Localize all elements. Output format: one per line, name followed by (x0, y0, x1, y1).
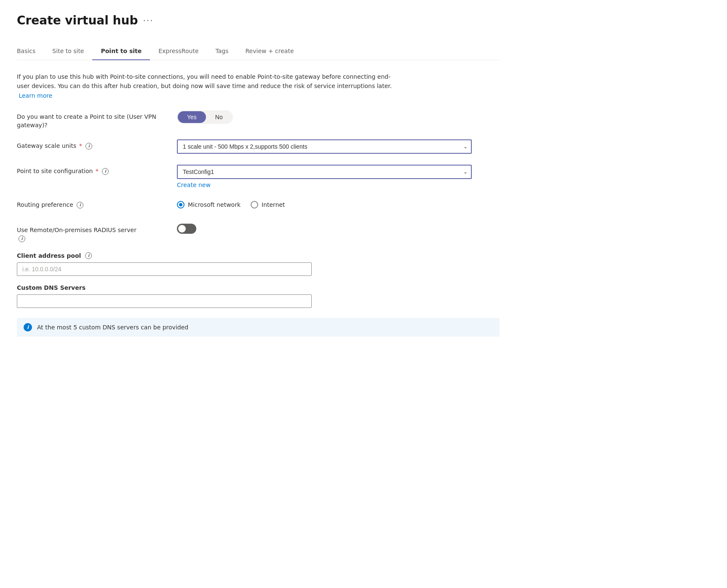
info-banner-text: At the most 5 custom DNS servers can be … (37, 324, 188, 331)
routing-radio-group: Microsoft network Internet (177, 198, 472, 208)
custom-dns-label: Custom DNS Servers (17, 284, 500, 291)
tab-tags[interactable]: Tags (207, 43, 237, 60)
radius-control (177, 224, 472, 234)
learn-more-link[interactable]: Learn more (19, 92, 52, 99)
page-title: Create virtual hub (17, 13, 138, 27)
custom-dns-section: Custom DNS Servers (17, 284, 500, 308)
more-actions-icon[interactable]: ··· (143, 16, 154, 26)
required-asterisk: * (79, 142, 82, 149)
routing-internet-radio[interactable] (251, 201, 258, 208)
routing-microsoft-option[interactable]: Microsoft network (177, 201, 241, 208)
p2s-config-select-wrapper: TestConfig1 TestConfig2 ⌄ (177, 165, 472, 179)
radius-switch-track[interactable] (177, 224, 196, 234)
tab-expressroute[interactable]: ExpressRoute (150, 43, 207, 60)
yes-no-toggle: Yes No (177, 110, 233, 124)
create-p2s-label: Do you want to create a Point to site (U… (17, 110, 177, 129)
create-new-link[interactable]: Create new (177, 182, 472, 188)
gateway-scale-info-icon[interactable]: i (86, 143, 92, 150)
gateway-scale-label: Gateway scale units * i (17, 139, 177, 150)
routing-pref-info-icon[interactable]: i (77, 202, 83, 208)
routing-internet-option[interactable]: Internet (251, 201, 285, 208)
tab-review-create[interactable]: Review + create (237, 43, 302, 60)
radius-toggle-switch[interactable] (177, 224, 196, 234)
p2s-config-control: TestConfig1 TestConfig2 ⌄ Create new (177, 165, 472, 188)
required-asterisk-2: * (96, 168, 99, 174)
client-address-pool-label: Client address pool i (17, 252, 500, 259)
routing-microsoft-radio[interactable] (177, 201, 184, 208)
info-banner-icon: i (24, 323, 32, 331)
tab-site-to-site[interactable]: Site to site (44, 43, 92, 60)
gateway-scale-select[interactable]: 1 scale unit - 500 Mbps x 2,supports 500… (177, 139, 472, 154)
client-address-pool-section: Client address pool i (17, 252, 500, 276)
tab-basics[interactable]: Basics (17, 43, 44, 60)
p2s-config-row: Point to site configuration * i TestConf… (17, 165, 500, 188)
p2s-config-select[interactable]: TestConfig1 TestConfig2 (177, 165, 472, 179)
custom-dns-input[interactable] (17, 294, 312, 308)
client-address-pool-info-icon[interactable]: i (85, 252, 92, 259)
p2s-config-info-icon[interactable]: i (102, 168, 109, 175)
radius-switch-thumb (178, 225, 186, 233)
info-banner: i At the most 5 custom DNS servers can b… (17, 318, 500, 337)
no-button[interactable]: No (206, 111, 232, 123)
routing-pref-control: Microsoft network Internet (177, 198, 472, 208)
description-text: If you plan to use this hub with Point-t… (17, 72, 396, 100)
radius-row: Use Remote/On-premises RADIUS server i (17, 224, 500, 242)
tab-point-to-site[interactable]: Point to site (92, 43, 150, 60)
create-p2s-row: Do you want to create a Point to site (U… (17, 110, 500, 129)
yes-button[interactable]: Yes (178, 111, 206, 123)
gateway-scale-select-wrapper: 1 scale unit - 500 Mbps x 2,supports 500… (177, 139, 472, 154)
client-address-pool-input[interactable] (17, 262, 312, 276)
radius-info-icon[interactable]: i (19, 235, 25, 242)
gateway-scale-row: Gateway scale units * i 1 scale unit - 5… (17, 139, 500, 155)
p2s-config-label: Point to site configuration * i (17, 165, 177, 176)
radius-label: Use Remote/On-premises RADIUS server i (17, 224, 177, 242)
gateway-scale-control: 1 scale unit - 500 Mbps x 2,supports 500… (177, 139, 472, 154)
routing-pref-row: Routing preference i Microsoft network I… (17, 198, 500, 214)
routing-pref-label: Routing preference i (17, 198, 177, 209)
tabs-nav: Basics Site to site Point to site Expres… (17, 43, 500, 60)
create-p2s-control: Yes No (177, 110, 472, 124)
